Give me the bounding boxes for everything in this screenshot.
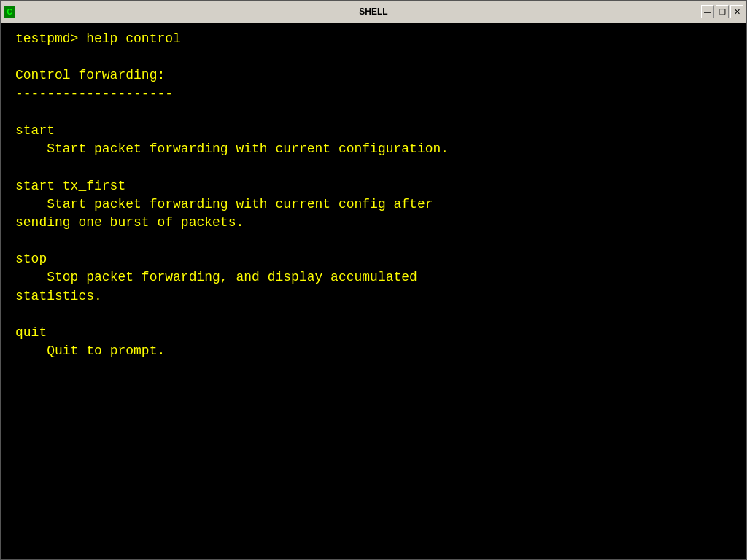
- blank-line: [15, 232, 732, 250]
- restore-button[interactable]: ❐: [716, 5, 729, 18]
- terminal-line-cmd_quit_desc: Quit to prompt.: [15, 342, 732, 360]
- terminal-line-separator: --------------------: [15, 85, 732, 104]
- terminal-line-cmd_start_tx_desc1: Start packet forwarding with current con…: [15, 195, 732, 214]
- titlebar: C SHELL — ❐ ✕: [1, 1, 746, 23]
- terminal-line-cmd_start_tx_desc2: sending one burst of packets.: [15, 214, 732, 232]
- shell-window: C SHELL — ❐ ✕ testpmd> help controlContr…: [0, 0, 747, 560]
- minimize-button[interactable]: —: [701, 5, 714, 18]
- terminal-line-prompt: testpmd> help control: [15, 30, 732, 48]
- window-title: SHELL: [359, 7, 387, 17]
- blank-line: [15, 48, 732, 66]
- terminal-line-cmd_start_tx: start tx_first: [15, 177, 732, 195]
- blank-line: [15, 158, 732, 176]
- terminal-line-cmd_stop: stop: [15, 250, 732, 268]
- window-controls: — ❐ ✕: [701, 5, 743, 18]
- terminal-line-cmd_start_desc: Start packet forwarding with current con…: [15, 140, 732, 158]
- terminal-line-heading1: Control forwarding:: [15, 66, 732, 85]
- terminal-line-cmd_quit: quit: [15, 324, 732, 342]
- titlebar-left: C: [4, 6, 15, 18]
- blank-line: [15, 104, 732, 122]
- terminal-line-cmd_stop_desc1: Stop packet forwarding, and display accu…: [15, 268, 732, 287]
- close-button[interactable]: ✕: [730, 5, 743, 18]
- terminal-line-cmd_start: start: [15, 122, 732, 140]
- app-icon: C: [4, 6, 15, 18]
- terminal-line-cmd_stop_desc2: statistics.: [15, 287, 732, 306]
- blank-line: [15, 306, 732, 324]
- terminal-body[interactable]: testpmd> help controlControl forwarding:…: [1, 23, 746, 559]
